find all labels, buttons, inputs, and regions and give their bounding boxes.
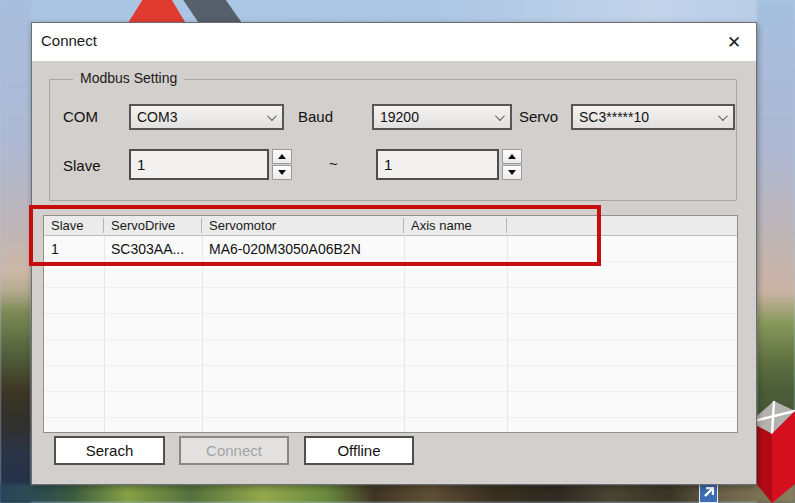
modbus-setting-group: Modbus Setting (49, 79, 737, 201)
column-divider (202, 236, 203, 432)
background-sky (0, 0, 795, 23)
cell-axis-name[interactable] (404, 236, 507, 262)
slave-label: Slave (63, 157, 101, 174)
servo-selected-value: SC3*****10 (579, 109, 649, 125)
close-icon[interactable]: ✕ (718, 26, 750, 58)
connect-dialog: Connect ✕ Modbus Setting COM COM3 Baud 1… (31, 22, 757, 485)
servo-label: Servo (519, 108, 558, 125)
baud-select[interactable]: 19200 (372, 104, 512, 130)
stepper-down-button[interactable] (272, 165, 292, 180)
slave-from-stepper (272, 149, 292, 180)
arrow-up-icon (508, 154, 516, 159)
slave-to-input[interactable]: 1 (376, 149, 499, 180)
offline-button[interactable]: Offline (304, 436, 414, 465)
column-header-filler (507, 216, 737, 235)
column-divider (104, 236, 105, 432)
slave-from-input[interactable]: 1 (129, 149, 269, 180)
column-header-servomotor[interactable]: Servomotor (202, 216, 404, 235)
com-selected-value: COM3 (137, 109, 177, 125)
com-label: COM (63, 108, 98, 125)
column-header-slave[interactable]: Slave (44, 216, 104, 235)
background-left-strip (0, 0, 31, 503)
chevron-down-icon (718, 111, 728, 121)
arrow-up-icon (278, 154, 286, 159)
baud-label: Baud (298, 108, 333, 125)
connect-button[interactable]: Connect (179, 436, 289, 465)
chevron-down-icon (267, 111, 277, 121)
search-button[interactable]: Serach (54, 436, 165, 465)
device-table: Slave ServoDrive Servomotor Axis name 1 … (43, 215, 738, 433)
stepper-up-button[interactable] (502, 149, 522, 164)
cell-slave[interactable]: 1 (44, 236, 104, 262)
modbus-setting-label: Modbus Setting (73, 70, 184, 86)
column-header-axis-name[interactable]: Axis name (404, 216, 507, 235)
column-divider (404, 236, 405, 432)
chevron-down-icon (495, 111, 505, 121)
servo-select[interactable]: SC3*****10 (571, 104, 735, 130)
baud-selected-value: 19200 (380, 109, 419, 125)
column-header-servodrive[interactable]: ServoDrive (104, 216, 202, 235)
cell-servodrive[interactable]: SC303AA... (104, 236, 202, 262)
com-select[interactable]: COM3 (129, 104, 284, 130)
cell-servomotor[interactable]: MA6-020M3050A06B2N (202, 236, 404, 262)
arrow-down-icon (508, 170, 516, 175)
table-row[interactable]: 1 SC303AA... MA6-020M3050A06B2N (44, 236, 737, 262)
column-divider (507, 236, 508, 432)
arrow-down-icon (278, 170, 286, 175)
table-header-row: Slave ServoDrive Servomotor Axis name (44, 216, 737, 236)
stepper-up-button[interactable] (272, 149, 292, 164)
range-separator: ~ (329, 155, 338, 172)
stepper-down-button[interactable] (502, 165, 522, 180)
dialog-titlebar[interactable]: Connect ✕ (32, 23, 756, 61)
background-landscape-strip (0, 484, 795, 503)
slave-to-stepper (502, 149, 522, 180)
dialog-title: Connect (41, 32, 97, 49)
